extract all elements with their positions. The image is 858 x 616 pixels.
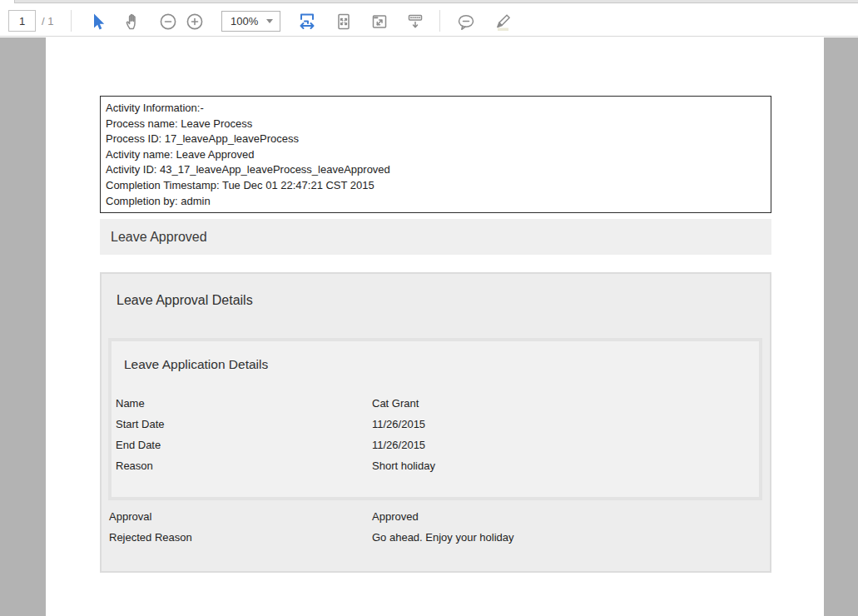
activity-info-line: Activity name: Leave Approved (106, 147, 766, 163)
chevron-down-icon (266, 19, 273, 23)
comment-bubble-icon (455, 12, 477, 33)
select-tool-button[interactable] (87, 10, 110, 33)
fullscreen-button[interactable] (368, 10, 391, 33)
viewer-toolbar: / 1 100% (0, 4, 858, 37)
fit-page-icon (334, 12, 354, 32)
pdf-viewer-window: / 1 100% (0, 0, 858, 616)
leave-application-details-panel: Leave Application Details Name Cat Grant… (108, 338, 762, 500)
field-value: Cat Grant (372, 397, 754, 410)
activity-info-line: Process ID: 17_leaveApp_leaveProcess (106, 132, 766, 147)
field-value: 11/26/2015 (372, 439, 754, 451)
approval-fields: Approval Approved Rejected Reason Go ahe… (102, 506, 765, 548)
activity-info-line: Completion by: admin (106, 194, 766, 210)
cursor-arrow-icon (88, 12, 108, 32)
leave-approval-details-section: Leave Approval Details Leave Application… (100, 272, 771, 573)
comment-tool-button[interactable] (454, 10, 477, 33)
field-label: Rejected Reason (109, 531, 372, 544)
field-row: Rejected Reason Go ahead. Enjoy your hol… (102, 527, 765, 548)
zoom-level-select[interactable]: 100% (221, 11, 280, 32)
fit-page-button[interactable] (332, 10, 355, 33)
toolbar-divider (71, 10, 72, 32)
page-count-label: / 1 (42, 15, 53, 27)
fit-width-icon (297, 12, 317, 32)
fit-width-button[interactable] (295, 10, 319, 33)
zoom-out-icon (158, 12, 178, 32)
field-value: Go ahead. Enjoy your holiday (372, 531, 765, 544)
hand-tool-button[interactable] (122, 10, 145, 33)
pdf-page: Activity Information:- Process name: Lea… (46, 37, 824, 616)
leave-approved-banner: Leave Approved (100, 219, 771, 255)
page-number-input[interactable] (8, 10, 36, 32)
field-label: End Date (116, 439, 372, 451)
activity-info-line: Activity ID: 43_17_leaveApp_leaveProcess… (106, 162, 766, 178)
field-value: 11/26/2015 (372, 418, 754, 430)
banner-title: Leave Approved (111, 230, 207, 245)
hide-toolbar-button[interactable] (404, 10, 427, 33)
activity-info-line: Process name: Leave Process (106, 117, 766, 132)
activity-info-line: Activity Information:- (106, 101, 766, 117)
field-value: Short holiday (372, 460, 754, 472)
activity-info-box: Activity Information:- Process name: Lea… (100, 96, 771, 213)
field-label: Reason (116, 460, 372, 472)
section-title: Leave Approval Details (117, 293, 253, 308)
document-canvas[interactable]: Activity Information:- Process name: Lea… (0, 37, 858, 616)
field-label: Start Date (116, 418, 372, 430)
field-row: Name Cat Grant (112, 393, 754, 414)
field-row: End Date 11/26/2015 (112, 435, 754, 455)
zoom-level-value: 100% (231, 15, 266, 27)
highlighter-pencil-icon (491, 12, 513, 33)
field-value: Approved (372, 510, 765, 523)
field-row: Approval Approved (102, 506, 765, 527)
field-label: Name (116, 397, 372, 410)
application-fields: Name Cat Grant Start Date 11/26/2015 End… (112, 393, 754, 476)
zoom-out-button[interactable] (156, 10, 180, 33)
horizontal-scrollbar[interactable] (14, 0, 858, 3)
zoom-in-button[interactable] (183, 10, 206, 33)
toolbar-divider (439, 10, 440, 32)
annotate-tool-button[interactable] (489, 10, 513, 33)
field-row: Start Date 11/26/2015 (112, 414, 754, 435)
field-row: Reason Short holiday (112, 455, 754, 476)
panel-title: Leave Application Details (124, 357, 268, 372)
hand-icon (123, 12, 143, 32)
field-label: Approval (109, 510, 372, 523)
fullscreen-icon (369, 12, 389, 32)
dock-down-icon (405, 12, 425, 32)
zoom-in-icon (185, 12, 205, 32)
activity-info-line: Completion Timestamp: Tue Dec 01 22:47:2… (106, 178, 766, 194)
